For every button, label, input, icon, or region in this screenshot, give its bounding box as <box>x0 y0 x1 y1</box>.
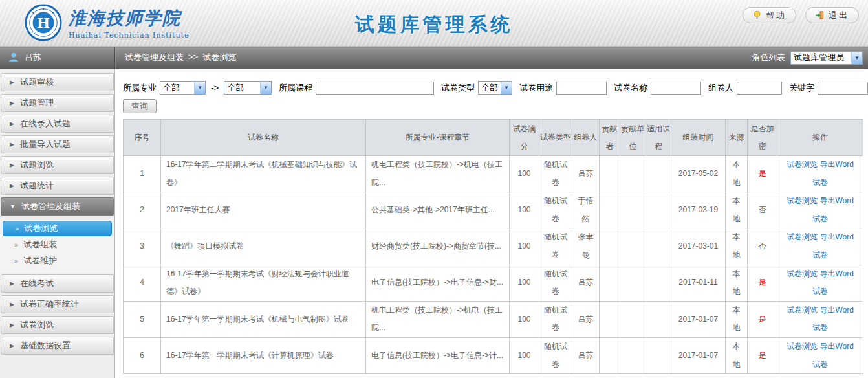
cell-author: 于悟然 <box>572 192 600 228</box>
course-input[interactable] <box>316 82 434 94</box>
help-button[interactable]: 帮助 <box>743 7 796 23</box>
cell-full-score: 100 <box>510 228 539 265</box>
cell-paper-type: 随机试卷 <box>539 156 572 192</box>
keyword-input[interactable] <box>818 82 868 94</box>
cell-seq: 2 <box>124 192 161 228</box>
cell-applicable-course <box>646 228 671 265</box>
sidebar-item-label: 试卷正确率统计 <box>20 298 79 310</box>
sidebar-item-paper-manage-assemble[interactable]: ▼ 试卷管理及组装 <box>1 197 114 216</box>
view-paper-link[interactable]: 试卷浏览 <box>787 342 818 351</box>
sidebar-item-online-exam[interactable]: ▶ 在线考试 <box>1 274 114 293</box>
sidebar-item-label: 在线考试 <box>20 278 54 289</box>
name-filter-label: 试卷名称 <box>614 82 647 94</box>
col-contrib-unit: 贡献单位 <box>620 120 646 156</box>
major-filter-label: 所属专业 <box>123 82 157 94</box>
cell-major-chapter: 机电工程类（技工院校）->机电（技工院... <box>366 156 510 192</box>
sidebar-submenu: » 试卷浏览 » 试卷组装 » 试卷维护 <box>0 218 114 273</box>
col-seq: 序号 <box>124 120 161 156</box>
cell-applicable-course <box>646 156 671 192</box>
breadcrumb-current: 试卷浏览 <box>202 52 236 63</box>
sidebar-item-batch-import[interactable]: ▶ 批量导入试题 <box>1 135 114 153</box>
paper-name-input[interactable] <box>651 82 701 94</box>
breadcrumb: 试卷管理及组装 >> 试卷浏览 <box>115 52 752 63</box>
paper-type-select[interactable]: 全部 ▼ <box>478 81 512 94</box>
course-filter-label: 所属课程 <box>279 82 312 94</box>
sidebar-subitem-paper-assemble[interactable]: » 试卷组装 <box>3 237 112 252</box>
cell-paper-name: 16-17学年第一学期期末考试《计算机原理》试卷 <box>161 337 366 373</box>
cell-major-chapter: 电子信息(技工院校）->电子信息->计... <box>366 337 510 373</box>
chevron-right-icon: ▶ <box>10 120 14 127</box>
sidebar-item-label: 试题统计 <box>20 180 54 192</box>
export-word-link[interactable]: 导出Word试卷 <box>812 342 854 369</box>
view-paper-link[interactable]: 试卷浏览 <box>787 232 818 241</box>
sidebar-subitem-label: 试卷组装 <box>23 239 57 250</box>
sidebar-subitem-paper-maintain[interactable]: » 试卷维护 <box>3 253 112 269</box>
cell-major-chapter: 公共基础类->其他->2017年班主任... <box>366 192 510 228</box>
sidebar-item-question-review[interactable]: ▶ 试题审核 <box>1 73 114 91</box>
paper-usage-input[interactable] <box>556 82 607 94</box>
cell-full-score: 100 <box>510 337 539 373</box>
chevron-down-icon: ▼ <box>10 203 16 210</box>
user-icon <box>8 52 19 63</box>
cell-full-score: 100 <box>510 192 539 228</box>
cell-author: 吕苏 <box>572 337 600 373</box>
col-contributor: 贡献者 <box>600 120 620 156</box>
sidebar-item-accuracy-stats[interactable]: ▶ 试卷正确率统计 <box>1 295 114 313</box>
chevron-right-icon: ▶ <box>10 100 14 106</box>
author-input[interactable] <box>737 82 782 94</box>
query-button[interactable]: 查询 <box>123 99 157 113</box>
cell-paper-name: 16-17学年第二学期期末考试《机械基础知识与技能》试卷》 <box>161 156 366 192</box>
cell-applicable-course <box>646 337 671 373</box>
export-word-link[interactable]: 导出Word试卷 <box>812 232 854 260</box>
export-word-link[interactable]: 导出Word试卷 <box>812 196 854 223</box>
cell-contributor <box>600 192 620 228</box>
sidebar-item-question-manage[interactable]: ▶ 试题管理 <box>1 94 114 112</box>
export-word-link[interactable]: 导出Word试卷 <box>812 269 854 296</box>
major-select-value: 全部 <box>160 82 194 94</box>
sidebar-item-question-stats[interactable]: ▶ 试题统计 <box>1 177 114 195</box>
sidebar-item-label: 在线录入试题 <box>20 118 71 129</box>
cell-paper-type: 随机试卷 <box>539 301 572 337</box>
exit-button-label: 退出 <box>829 10 849 21</box>
cell-actions: 试卷浏览 导出Word试卷 <box>777 265 863 301</box>
exit-door-icon <box>815 10 825 20</box>
view-paper-link[interactable]: 试卷浏览 <box>787 160 818 169</box>
col-major-chapter: 所属专业-课程章节 <box>366 120 510 156</box>
sidebar-item-label: 批量导入试题 <box>20 139 71 150</box>
sidebar-subitem-paper-browse[interactable]: » 试卷浏览 <box>3 221 112 236</box>
cell-contrib-unit <box>620 156 646 192</box>
sidebar-item-label: 试题审核 <box>20 76 54 88</box>
col-paper-name: 试卷名称 <box>161 120 366 156</box>
cell-author: 吕苏 <box>572 156 600 192</box>
export-word-link[interactable]: 导出Word试卷 <box>812 306 854 333</box>
cell-seq: 5 <box>124 301 161 337</box>
sub-major-select[interactable]: 全部 ▼ <box>224 81 272 94</box>
export-word-link[interactable]: 导出Word试卷 <box>812 160 854 187</box>
username: 吕苏 <box>25 52 41 63</box>
sidebar-item-label: 基础数据设置 <box>20 340 71 351</box>
sidebar-item-base-data-settings[interactable]: ▶ 基础数据设置 <box>1 337 114 355</box>
cell-full-score: 100 <box>510 265 539 301</box>
sidebar-item-paper-browse-2[interactable]: ▶ 试卷浏览 <box>1 316 114 334</box>
cell-applicable-course <box>646 301 671 337</box>
keyword-filter-label: 关键字 <box>789 82 814 94</box>
major-select[interactable]: 全部 ▼ <box>160 81 206 94</box>
cell-author: 张聿曼 <box>572 228 600 265</box>
cell-contributor <box>600 265 620 301</box>
chevron-right-icon: ▶ <box>10 141 14 148</box>
submenu-chevron-icon: » <box>14 241 18 249</box>
sidebar-item-label: 试题管理 <box>20 97 54 109</box>
cell-major-chapter: 电子信息(技工院校）->电子信息->财... <box>366 265 510 301</box>
cell-assemble-time: 2017-05-02 <box>671 156 726 192</box>
exit-button[interactable]: 退出 <box>805 7 859 23</box>
cell-paper-name: 2017年班主任大赛 <box>161 192 366 228</box>
role-select[interactable]: 试题库管理员 ▼ <box>790 51 863 65</box>
view-paper-link[interactable]: 试卷浏览 <box>787 269 818 278</box>
view-paper-link[interactable]: 试卷浏览 <box>787 306 818 315</box>
cell-encrypted: 是 <box>748 337 777 373</box>
sidebar-item-question-browse[interactable]: ▶ 试题浏览 <box>1 156 114 174</box>
cell-encrypted: 是 <box>748 301 777 337</box>
view-paper-link[interactable]: 试卷浏览 <box>787 196 818 205</box>
cell-contrib-unit <box>620 337 646 373</box>
sidebar-item-online-entry[interactable]: ▶ 在线录入试题 <box>1 115 114 133</box>
